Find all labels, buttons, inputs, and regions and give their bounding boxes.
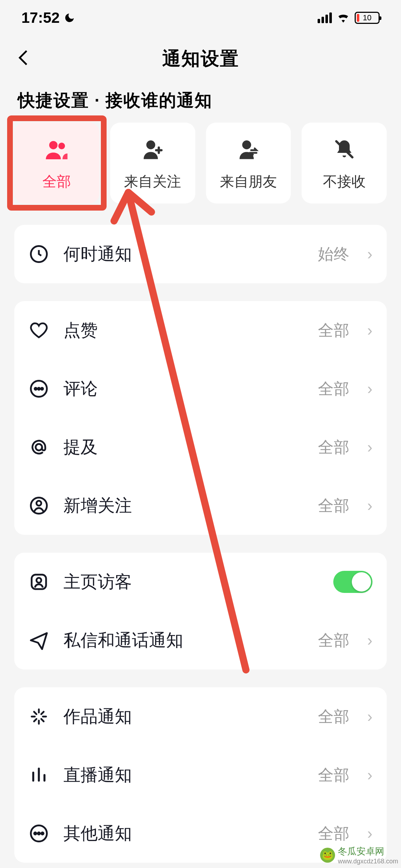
list-label: 私信和通话通知 bbox=[63, 629, 304, 652]
list-label: 提及 bbox=[63, 436, 304, 459]
list-item-works[interactable]: 作品通知 全部 › bbox=[14, 687, 387, 746]
list-item-likes[interactable]: 点赞 全部 › bbox=[14, 301, 387, 360]
toggle-switch[interactable] bbox=[333, 571, 372, 593]
header: 通知设置 bbox=[0, 36, 401, 82]
chevron-right-icon: › bbox=[367, 245, 372, 263]
list-value: 全部 bbox=[318, 706, 349, 727]
bell-off-icon bbox=[332, 137, 357, 162]
quick-options-row: 全部 来自关注 来自朋友 不接收 bbox=[0, 123, 401, 203]
list-value: 全部 bbox=[318, 378, 349, 399]
watermark-logo-icon: 🐸 bbox=[320, 848, 335, 863]
sparkle-icon bbox=[29, 706, 49, 727]
quick-option-friends[interactable]: 来自朋友 bbox=[206, 123, 291, 203]
chevron-right-icon: › bbox=[367, 438, 372, 456]
svg-point-3 bbox=[242, 140, 251, 149]
list-item-new-followers[interactable]: 新增关注 全部 › bbox=[14, 476, 387, 535]
list-item-comments[interactable]: 评论 全部 › bbox=[14, 360, 387, 418]
list-value: 全部 bbox=[318, 823, 349, 844]
svg-point-11 bbox=[36, 501, 41, 506]
quick-option-none[interactable]: 不接收 bbox=[302, 123, 387, 203]
list-value: 始终 bbox=[318, 244, 349, 265]
status-bar: 17:52 10 bbox=[0, 0, 401, 36]
list-item-mentions[interactable]: 提及 全部 › bbox=[14, 418, 387, 476]
list-value: 全部 bbox=[318, 437, 349, 458]
list-label: 其他通知 bbox=[63, 822, 304, 845]
chevron-right-icon: › bbox=[367, 825, 372, 842]
watermark-url: www.dgxcdz168.com bbox=[338, 858, 398, 865]
list-item-dm-calls[interactable]: 私信和通话通知 全部 › bbox=[14, 611, 387, 670]
clock-icon bbox=[29, 244, 49, 264]
status-time: 17:52 bbox=[21, 9, 60, 26]
svg-point-2 bbox=[146, 140, 155, 149]
quick-option-label: 来自朋友 bbox=[220, 172, 277, 191]
page-title: 通知设置 bbox=[162, 46, 239, 71]
settings-group-content: 作品通知 全部 › 直播通知 全部 › 其他通知 全部 › bbox=[14, 687, 387, 863]
svg-point-15 bbox=[34, 832, 36, 835]
svg-point-16 bbox=[38, 832, 40, 835]
back-button[interactable] bbox=[18, 47, 29, 71]
list-label: 直播通知 bbox=[63, 764, 304, 786]
person-circle-icon bbox=[29, 495, 49, 516]
settings-group-interactions: 点赞 全部 › 评论 全部 › 提及 全部 › bbox=[14, 301, 387, 535]
chevron-right-icon: › bbox=[367, 321, 372, 339]
list-label: 何时通知 bbox=[63, 243, 304, 265]
svg-point-1 bbox=[58, 143, 65, 149]
send-icon bbox=[29, 630, 49, 651]
quick-option-label: 全部 bbox=[42, 172, 71, 191]
quick-option-following[interactable]: 来自关注 bbox=[110, 123, 195, 203]
moon-icon bbox=[64, 12, 75, 24]
list-item-live[interactable]: 直播通知 全部 › bbox=[14, 746, 387, 804]
wifi-icon bbox=[337, 13, 350, 23]
quick-option-label: 来自关注 bbox=[124, 172, 181, 191]
person-plus-icon bbox=[140, 137, 165, 162]
chevron-right-icon: › bbox=[367, 497, 372, 515]
list-label: 评论 bbox=[63, 377, 304, 400]
quick-settings-label: 快捷设置 · 接收谁的通知 bbox=[0, 82, 401, 123]
list-item-visitors[interactable]: 主页访客 bbox=[14, 553, 387, 611]
signal-icon bbox=[318, 12, 332, 23]
comment-icon bbox=[29, 378, 49, 399]
person-exchange-icon bbox=[236, 137, 261, 162]
watermark: 🐸 冬瓜安卓网 www.dgxcdz168.com bbox=[320, 845, 398, 865]
chevron-right-icon: › bbox=[367, 380, 372, 398]
battery-text: 10 bbox=[363, 13, 371, 22]
list-value: 全部 bbox=[318, 320, 349, 341]
svg-point-6 bbox=[35, 388, 36, 389]
at-icon bbox=[29, 437, 49, 458]
bars-icon bbox=[29, 765, 49, 785]
battery-icon: 10 bbox=[355, 12, 380, 24]
svg-point-17 bbox=[41, 832, 43, 835]
settings-group-profile: 主页访客 私信和通话通知 全部 › bbox=[14, 553, 387, 670]
quick-option-all[interactable]: 全部 bbox=[14, 123, 99, 203]
list-value: 全部 bbox=[318, 630, 349, 651]
svg-point-8 bbox=[41, 388, 43, 389]
svg-point-13 bbox=[36, 578, 41, 583]
svg-point-7 bbox=[38, 388, 40, 389]
status-right: 10 bbox=[318, 12, 380, 24]
list-label: 点赞 bbox=[63, 319, 304, 342]
chevron-right-icon: › bbox=[367, 708, 372, 725]
settings-group-when: 何时通知 始终 › bbox=[14, 225, 387, 283]
watermark-text: 冬瓜安卓网 bbox=[338, 845, 398, 858]
list-value: 全部 bbox=[318, 495, 349, 516]
heart-icon bbox=[29, 320, 49, 341]
status-left: 17:52 bbox=[21, 9, 75, 26]
list-label: 作品通知 bbox=[63, 705, 304, 728]
list-value: 全部 bbox=[318, 765, 349, 786]
svg-point-9 bbox=[36, 444, 42, 450]
list-item-when[interactable]: 何时通知 始终 › bbox=[14, 225, 387, 283]
list-label: 新增关注 bbox=[63, 494, 304, 517]
svg-point-0 bbox=[49, 141, 57, 149]
visitor-icon bbox=[29, 572, 49, 592]
people-icon bbox=[44, 137, 69, 162]
chevron-right-icon: › bbox=[367, 766, 372, 784]
list-label: 主页访客 bbox=[63, 570, 319, 593]
chevron-right-icon: › bbox=[367, 631, 372, 649]
quick-option-label: 不接收 bbox=[323, 172, 366, 191]
more-icon bbox=[29, 823, 49, 844]
